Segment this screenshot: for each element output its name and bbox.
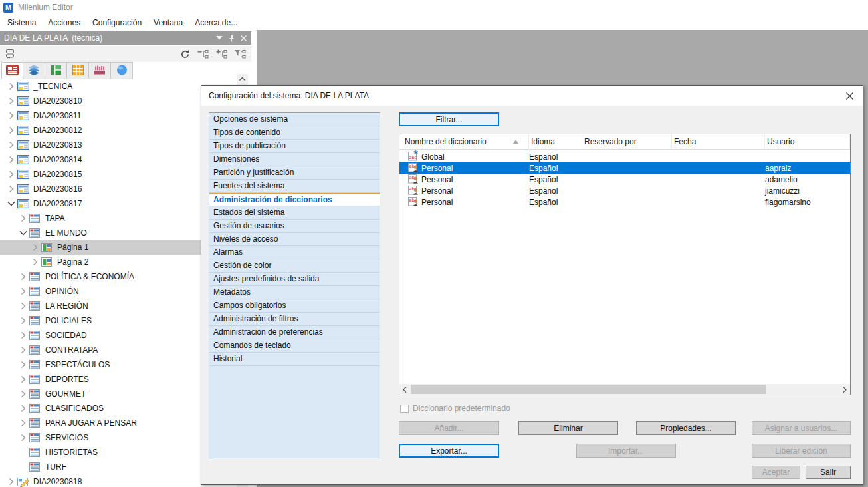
nav-item-campos-obligatorios[interactable]: Campos obligatorios [209,299,380,313]
chevron-right-icon[interactable] [17,302,29,310]
column-header-usuario[interactable]: Usuario [765,134,850,149]
menu-ventana[interactable]: Ventana [148,15,189,30]
menu-acciones[interactable]: Acciones [42,15,86,30]
section-icon [29,360,44,369]
chevron-right-icon[interactable] [17,434,29,442]
panel-tab-newspaper[interactable] [1,62,23,79]
salir-button[interactable]: Salir [806,466,851,479]
scroll-left-icon[interactable] [399,384,410,395]
nav-item-gestion-de-usuarios[interactable]: Gestión de usuarios [209,220,380,233]
panel-header[interactable]: DIA DE LA PLATA (tecnica) [0,31,251,45]
nav-item-administracion-de-preferencias[interactable]: Administración de preferencias [209,326,380,339]
propiedades-button[interactable]: Propiedades... [636,421,736,435]
nav-item-administracion-de-diccionarios[interactable]: Administración de diccionarios [209,193,380,206]
table-row-personal-aapraiz[interactable]: abPersonalEspañolaapraiz [399,162,850,174]
nav-item-opciones-de-sistema[interactable]: Opciones de sistema [209,113,380,126]
table-row-personal-adamelio[interactable]: abPersonalEspañoladamelio [399,174,850,185]
panel-pin-icon[interactable] [229,35,235,42]
dialog-configuracion-sistema: Configuración del sistema: DIA DE LA PLA… [201,85,863,485]
column-header-reservado-por[interactable]: Reservado por [582,134,672,149]
aceptar-button[interactable]: Aceptar [752,466,800,479]
chevron-down-icon[interactable] [17,230,29,236]
nav-item-particion-y-justificacion[interactable]: Partición y justificación [209,166,380,180]
nav-item-dimensiones[interactable]: Dimensiones [209,153,380,166]
eliminar-button[interactable]: Eliminar [518,421,618,435]
panel-tab-ruler[interactable] [89,62,111,79]
chevron-right-icon[interactable] [5,82,17,90]
chevron-right-icon[interactable] [17,346,29,354]
chevron-right-icon[interactable] [17,405,29,412]
svg-text:ab: ab [409,198,415,203]
collapse-tree-icon[interactable] [197,49,209,59]
table-row-personal-flagomarsino[interactable]: abPersonalEspañolflagomarsino [399,196,850,208]
filtrar-button[interactable]: Filtrar... [399,112,499,126]
nav-item-estados-del-sistema[interactable]: Estados del sistema [209,206,380,220]
panel-tab-grid[interactable] [67,62,89,79]
panel-tab-layers[interactable] [23,62,45,79]
chevron-right-icon[interactable] [5,170,17,178]
nav-item-fuentes-del-sistema[interactable]: Fuentes del sistema [209,180,380,193]
column-header-idioma[interactable]: Idioma [529,134,582,149]
filter-tree-icon[interactable] [235,49,246,59]
checkbox-box[interactable] [400,405,409,413]
chevron-right-icon[interactable] [17,331,29,339]
scroll-up-icon[interactable] [237,74,248,84]
diccionario-predeterminado-checkbox[interactable]: Diccionario predeterminado [400,404,510,413]
chevron-right-icon[interactable] [5,97,17,105]
chevron-right-icon[interactable] [5,141,17,149]
chevron-right-icon[interactable] [5,126,17,134]
chevron-right-icon[interactable] [17,390,29,398]
chevron-right-icon[interactable] [5,185,17,193]
panel-chevron-down-icon[interactable] [216,36,223,40]
nav-item-niveles-de-acceso[interactable]: Niveles de acceso [209,233,380,246]
chevron-right-icon[interactable] [17,214,29,222]
chevron-right-icon[interactable] [29,244,41,251]
menu-acerca-de[interactable]: Acerca de... [189,15,243,30]
dialog-close-icon[interactable] [844,90,855,102]
table-row-global[interactable]: abc*GlobalEspañol [399,151,850,162]
nav-item-gestion-de-color[interactable]: Gestión de color [209,259,380,273]
newspaper-icon [6,65,19,77]
exportar-button[interactable]: Exportar... [399,444,499,458]
nav-item-metadatos[interactable]: Metadatos [209,286,380,299]
column-header-fecha[interactable]: Fecha [672,134,765,149]
chevron-right-icon[interactable] [5,156,17,164]
chevron-right-icon[interactable] [17,317,29,325]
menu-configuracion[interactable]: Configuración [86,15,148,30]
table-row-personal-jiamicuzzi[interactable]: abPersonalEspañoljiamicuzzi [399,185,850,196]
chevron-right-icon[interactable] [17,361,29,369]
panel-tab-sphere[interactable] [111,62,133,79]
nav-item-historial[interactable]: Historial [209,353,380,366]
panel-close-icon[interactable] [241,35,247,41]
dialog-title-bar[interactable]: Configuración del sistema: DIA DE LA PLA… [201,86,863,106]
column-header-nombre-del-diccionario[interactable]: Nombre del diccionario [399,134,529,149]
nav-item-alarmas[interactable]: Alarmas [209,246,380,259]
importar-button[interactable]: Importar... [576,444,676,458]
nav-item-comandos-de-teclado[interactable]: Comandos de teclado [209,339,380,353]
section-icon [29,228,44,238]
chevron-right-icon[interactable] [5,112,17,120]
structure-icon [51,65,62,77]
expand-tree-icon[interactable] [216,49,227,59]
refresh-icon[interactable] [180,49,190,59]
chevron-right-icon[interactable] [29,258,41,266]
nav-item-tipos-de-publicacion[interactable]: Tipos de publicación [209,140,380,153]
nav-item-tipos-de-contenido[interactable]: Tipos de contenido [209,126,380,140]
anadir-button[interactable]: Añadir... [399,421,499,435]
chevron-right-icon[interactable] [5,478,17,486]
chevron-down-icon[interactable] [5,201,17,206]
asignar-a-usuarios-button[interactable]: Asignar a usuarios... [752,421,851,435]
scrollbar-thumb[interactable] [411,385,766,394]
chevron-right-icon[interactable] [17,287,29,295]
scroll-right-icon[interactable] [839,384,850,395]
chevron-right-icon[interactable] [17,419,29,427]
nav-item-administracion-de-filtros[interactable]: Administración de filtros [209,313,380,326]
chevron-right-icon[interactable] [17,375,29,383]
panel-tab-structure[interactable] [45,62,67,79]
menu-sistema[interactable]: Sistema [1,15,42,30]
stack-icon[interactable] [5,49,15,59]
table-horizontal-scrollbar[interactable] [399,384,850,395]
liberar-edicion-button[interactable]: Liberar edición [752,444,851,458]
nav-item-ajustes-predefinidos-de-salida[interactable]: Ajustes predefinidos de salida [209,273,380,286]
chevron-right-icon[interactable] [17,273,29,281]
